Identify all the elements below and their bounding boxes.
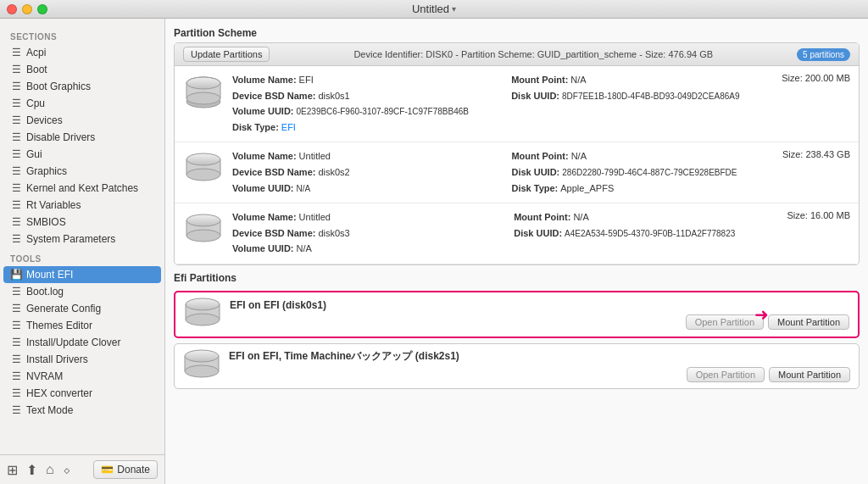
volume-uuid-label: Volume UUID:	[232, 242, 294, 257]
sidebar-item-label: Install Drivers	[26, 353, 88, 365]
mount-partition-button-2[interactable]: Mount Partition	[769, 367, 850, 382]
device-info-text: Device Identifier: DISK0 - Partition Sch…	[270, 49, 797, 59]
add-icon[interactable]: ⊞	[7, 462, 18, 478]
window-title: Untitled	[412, 3, 449, 15]
disk-uuid-label: Disk UUID:	[511, 165, 559, 181]
svg-point-13	[186, 153, 220, 165]
efi-partitions-section: Efi Partitions	[174, 272, 860, 389]
sidebar: SECTIONS ☰ Acpi ☰ Boot ☰ Boot Graphics ☰…	[0, 19, 165, 484]
list-icon: ☰	[10, 199, 22, 211]
partitions-list: Volume Name: EFI Mount Point: N/A Device…	[175, 66, 859, 264]
sidebar-item-label: HEX converter	[26, 387, 92, 399]
sidebar-item-label: Themes Editor	[26, 320, 92, 331]
svg-point-27	[185, 365, 219, 377]
efi-buttons-row: Open Partition Mount Partition	[230, 314, 849, 330]
disk-icon: 💾	[10, 269, 22, 281]
efi-partition-item-1: EFI on EFI (disk0s1) Open Partition Moun…	[174, 291, 860, 338]
sidebar-item-label: Kernel and Kext Patches	[26, 182, 138, 194]
sidebar-item-label: Mount EFI	[26, 269, 73, 281]
main-content: Partition Scheme Update Partitions Devic…	[165, 19, 868, 484]
sidebar-item-cpu[interactable]: ☰ Cpu	[3, 95, 161, 112]
volume-name-value: Untitled	[299, 210, 331, 225]
sidebar-item-label: Boot Graphics	[26, 81, 91, 92]
sidebar-content: SECTIONS ☰ Acpi ☰ Boot ☰ Boot Graphics ☰…	[0, 19, 164, 454]
volume-uuid-value: N/A	[297, 182, 311, 196]
sidebar-item-kernel-kext[interactable]: ☰ Kernel and Kext Patches	[3, 180, 161, 197]
disk-type-label: Disk Type:	[232, 120, 279, 136]
home-icon[interactable]: ⌂	[46, 462, 54, 477]
sidebar-item-themes-editor[interactable]: ☰ Themes Editor	[3, 317, 161, 334]
paypal-icon: 💳	[101, 464, 114, 476]
sidebar-item-install-drivers[interactable]: ☰ Install Drivers	[3, 351, 161, 368]
volume-name-label: Volume Name:	[232, 149, 297, 164]
sidebar-item-generate-config[interactable]: ☰ Generate Config	[3, 300, 161, 317]
sidebar-item-gui[interactable]: ☰ Gui	[3, 146, 161, 163]
mount-point-label: Mount Point:	[514, 210, 570, 225]
list-icon: ☰	[10, 353, 22, 365]
open-partition-button-1[interactable]: Open Partition	[686, 314, 764, 330]
sidebar-item-nvram[interactable]: ☰ NVRAM	[3, 368, 161, 385]
volume-name-label: Volume Name:	[232, 210, 297, 225]
efi-item-content: EFI on EFI (disk0s1) Open Partition Moun…	[230, 299, 849, 330]
sidebar-item-text-mode[interactable]: ☰ Text Mode	[3, 402, 161, 419]
mount-point-value: N/A	[570, 73, 586, 88]
volume-name-value: Untitled	[299, 149, 331, 164]
list-icon: ☰	[10, 303, 22, 314]
sidebar-item-rt-variables[interactable]: ☰ Rt Variables	[3, 197, 161, 214]
list-icon: ☰	[10, 97, 22, 109]
sidebar-item-graphics[interactable]: ☰ Graphics	[3, 163, 161, 180]
list-icon: ☰	[10, 182, 22, 194]
sidebar-item-smbios[interactable]: ☰ SMBIOS	[3, 214, 161, 231]
svg-point-18	[186, 214, 220, 226]
sidebar-item-system-parameters[interactable]: ☰ System Parameters	[3, 231, 161, 248]
sidebar-item-hex-converter[interactable]: ☰ HEX converter	[3, 385, 161, 402]
efi-item-name: EFI on EFI, Time Machineバックアップ (disk2s1)	[229, 349, 850, 364]
sidebar-item-install-clover[interactable]: ☰ Install/Update Clover	[3, 334, 161, 351]
table-row: Volume Name: Untitled Mount Point: N/A D…	[175, 142, 859, 203]
title-chevron: ▾	[452, 4, 456, 14]
disk-type-label: Disk Type:	[511, 181, 558, 197]
sidebar-item-label: Generate Config	[26, 303, 101, 314]
sidebar-item-mount-efi[interactable]: 💾 Mount EFI	[3, 266, 161, 283]
list-icon: ☰	[10, 47, 22, 58]
svg-point-23	[186, 298, 220, 310]
donate-button[interactable]: 💳 Donate	[93, 460, 158, 479]
efi-buttons-row: Open Partition Mount Partition	[229, 367, 850, 382]
open-partition-button-2[interactable]: Open Partition	[687, 367, 765, 382]
sidebar-item-label: Boot	[26, 64, 47, 75]
sidebar-item-boot[interactable]: ☰ Boot	[3, 61, 161, 78]
sidebar-item-boot-log[interactable]: ☰ Boot.log	[3, 283, 161, 300]
export-icon[interactable]: ⬆	[26, 462, 37, 478]
list-icon: ☰	[10, 370, 22, 382]
footer-icons: ⊞ ⬆ ⌂ ⬦	[7, 462, 71, 478]
svg-point-22	[186, 314, 220, 325]
update-partitions-button[interactable]: Update Partitions	[183, 47, 270, 62]
partition-size: Size: 238.43 GB	[782, 149, 850, 159]
close-button[interactable]	[7, 4, 17, 14]
sidebar-item-boot-graphics[interactable]: ☰ Boot Graphics	[3, 78, 161, 95]
maximize-button[interactable]	[37, 4, 47, 14]
sidebar-item-acpi[interactable]: ☰ Acpi	[3, 44, 161, 61]
list-icon: ☰	[10, 404, 22, 416]
sidebar-item-label: Gui	[26, 148, 42, 160]
sidebar-item-devices[interactable]: ☰ Devices	[3, 112, 161, 129]
mount-partition-button-1[interactable]: Mount Partition	[768, 314, 849, 330]
minimize-button[interactable]	[22, 4, 32, 14]
mount-point-label: Mount Point:	[511, 73, 568, 88]
main-layout: SECTIONS ☰ Acpi ☰ Boot ☰ Boot Graphics ☰…	[0, 19, 868, 484]
partition-scheme-label: Partition Scheme	[174, 27, 860, 39]
volume-uuid-label: Volume UUID:	[232, 104, 294, 120]
volume-uuid-value: 0E239BC6-F960-3107-89CF-1C97F78BB46B	[297, 105, 469, 119]
partition-size: Size: 16.00 MB	[787, 210, 850, 220]
disk-type-value: Apple_APFS	[560, 181, 614, 197]
sidebar-item-label: Graphics	[26, 165, 67, 177]
share-icon[interactable]: ⬦	[63, 462, 71, 477]
tools-header: TOOLS	[0, 248, 164, 266]
sidebar-item-disable-drivers[interactable]: ☰ Disable Drivers	[3, 129, 161, 146]
partition-info: Volume Name: Untitled Mount Point: N/A D…	[232, 149, 774, 196]
list-icon: ☰	[10, 286, 22, 298]
donate-label: Donate	[117, 464, 150, 476]
list-icon: ☰	[10, 131, 22, 143]
disk-icon	[183, 210, 224, 251]
table-row: Volume Name: Untitled Mount Point: N/A D…	[175, 203, 859, 264]
